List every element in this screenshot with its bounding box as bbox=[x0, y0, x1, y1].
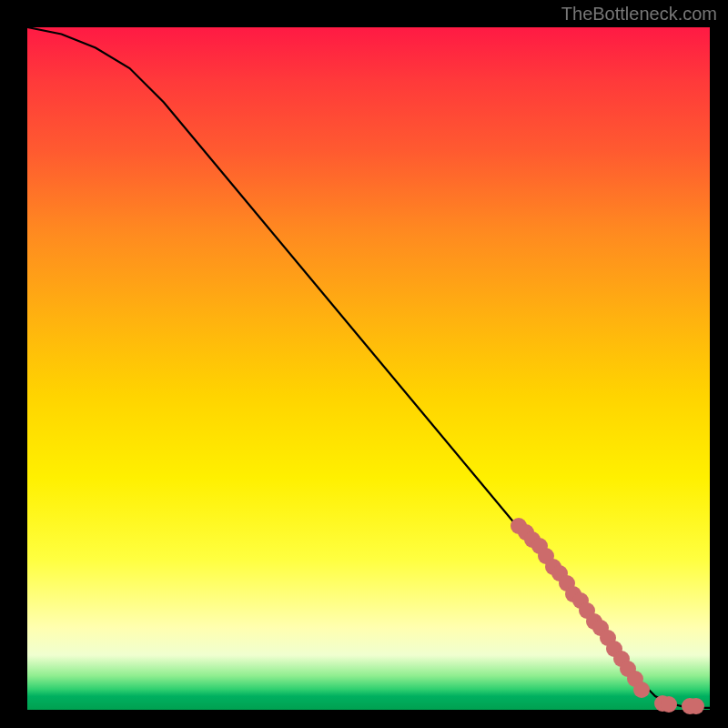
watermark-text: TheBottleneck.com bbox=[561, 4, 717, 25]
chart-svg bbox=[27, 27, 710, 710]
scatter-dot bbox=[688, 698, 704, 714]
bottleneck-curve bbox=[27, 27, 710, 708]
chart-plot-area bbox=[27, 27, 710, 710]
scatter-dot bbox=[633, 682, 650, 698]
scatter-dot bbox=[661, 696, 677, 713]
